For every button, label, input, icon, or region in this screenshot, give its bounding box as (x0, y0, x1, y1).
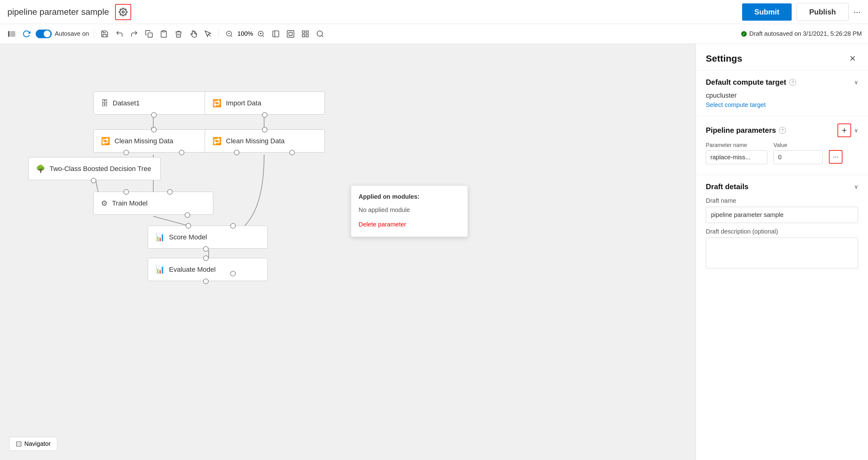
undo-icon[interactable] (114, 28, 125, 39)
compute-target-section: Default compute target ? ∨ cpucluster Se… (696, 70, 868, 116)
compute-section-header[interactable]: Default compute target ? ∨ (706, 78, 858, 87)
select-icon[interactable] (203, 28, 214, 39)
node-label: Clean Missing Data (115, 137, 173, 145)
param-more-button[interactable]: ··· (829, 150, 842, 164)
settings-panel: Settings ✕ Default compute target ? ∨ cp… (695, 44, 868, 460)
node-two-class[interactable]: 🌳 Two-Class Boosted Decision Tree (28, 157, 161, 180)
node-score-model[interactable]: 📊 Score Model (148, 226, 268, 249)
connector-import-bottom[interactable] (262, 112, 268, 118)
node-label: Clean Missing Data (226, 137, 285, 145)
zoom-control: 100% (224, 28, 267, 39)
publish-button[interactable]: Publish (797, 3, 848, 21)
save-icon[interactable] (99, 28, 110, 39)
pipeline-params-section: Pipeline parameters ? + ∨ Parameter name… (696, 116, 868, 175)
pipeline-params-info-icon[interactable]: ? (779, 127, 786, 134)
node-evaluate-model[interactable]: 📊 Evaluate Model (148, 258, 268, 281)
connector-clean2-bottom-right[interactable] (289, 150, 295, 155)
param-name-label: Parameter name (706, 142, 767, 148)
param-dropdown-popup: Applied on modules: No applied module De… (351, 185, 468, 237)
connector-twoclass-bottom[interactable] (91, 178, 96, 183)
pan-icon[interactable] (188, 28, 199, 39)
add-parameter-button[interactable]: + (838, 123, 851, 137)
draft-status-text: Draft autosaved on 3/1/2021, 5:26:28 PM (749, 30, 862, 37)
connector-evaluate-top-right[interactable] (230, 271, 236, 276)
connector-score-top-right[interactable] (230, 223, 236, 229)
draft-desc-label: Draft description (optional) (706, 228, 858, 235)
zoom-out-icon[interactable] (224, 28, 235, 39)
node-label: Two-Class Boosted Decision Tree (50, 165, 151, 173)
svg-rect-27 (18, 443, 20, 445)
fit-view-icon[interactable] (270, 28, 281, 39)
draft-section-header[interactable]: Draft details ∨ (706, 182, 858, 191)
svg-line-24 (153, 216, 188, 226)
node-clean-missing-1[interactable]: 🔁 Clean Missing Data (93, 130, 213, 152)
param-more-col: ··· (829, 142, 842, 164)
svg-line-9 (262, 35, 264, 36)
svg-point-0 (122, 11, 124, 13)
connector-train-bottom[interactable] (185, 212, 190, 218)
close-settings-button[interactable]: ✕ (847, 53, 858, 64)
draft-details-section: Draft details ∨ Draft name Draft descrip… (696, 175, 868, 277)
compute-chevron-icon: ∨ (854, 79, 858, 86)
connector-clean2-top[interactable] (262, 127, 268, 133)
connector-dataset1-bottom[interactable] (151, 112, 157, 118)
connector-clean1-bottom-left[interactable] (123, 150, 129, 155)
param-name-col: Parameter name (706, 142, 767, 164)
pipeline-params-chevron-icon: ∨ (854, 127, 858, 134)
connector-evaluate-bottom[interactable] (203, 279, 209, 284)
minimap-icon[interactable] (285, 28, 296, 39)
autosave-control: Autosave on (36, 30, 89, 38)
grid-icon[interactable] (300, 28, 311, 39)
param-name-input[interactable] (706, 150, 767, 164)
delete-icon[interactable] (173, 28, 184, 39)
panel-toggle-icon[interactable] (6, 28, 17, 39)
paste-icon[interactable] (158, 28, 169, 39)
node-label: Evaluate Model (169, 266, 216, 274)
pipeline-params-header: Pipeline parameters ? + ∨ (706, 123, 858, 137)
no-applied-module-item[interactable]: No applied module (351, 203, 468, 217)
node-dataset1[interactable]: 🗄 Dataset1 (93, 91, 213, 115)
delete-parameter-item[interactable]: Delete parameter (351, 217, 468, 232)
navigator-label: Navigator (24, 440, 51, 448)
more-button[interactable]: ··· (854, 7, 861, 17)
applied-modules-label: Applied on modules: (351, 191, 468, 203)
refresh-icon[interactable] (21, 28, 32, 39)
autosave-toggle[interactable] (36, 30, 52, 38)
search-canvas-icon[interactable] (315, 28, 326, 39)
connector-score-bottom[interactable] (203, 246, 209, 252)
compute-info-icon[interactable]: ? (789, 79, 796, 86)
draft-name-input[interactable] (706, 207, 858, 223)
node-import-data[interactable]: 🔁 Import Data (205, 91, 325, 115)
node-clean-missing-2[interactable]: 🔁 Clean Missing Data (205, 130, 325, 152)
select-compute-target-link[interactable]: Select compute target (706, 102, 766, 108)
connector-clean1-top[interactable] (151, 127, 157, 133)
connector-train-top-right[interactable] (167, 189, 173, 195)
svg-line-6 (231, 35, 232, 36)
zoom-label[interactable]: 100% (237, 30, 253, 37)
svg-rect-15 (303, 31, 305, 33)
pipeline-canvas[interactable]: 🗄 Dataset1 🔁 Import Data 🔁 Clean Missing… (0, 44, 695, 460)
dataset-icon: 🗄 (101, 99, 108, 108)
import-icon: 🔁 (212, 99, 222, 108)
param-value-input[interactable] (774, 150, 823, 164)
node-label: Import Data (226, 99, 261, 107)
submit-button[interactable]: Submit (742, 3, 792, 21)
connector-clean1-bottom-right[interactable] (179, 150, 184, 155)
page-title: pipeline parameter sample (7, 7, 109, 17)
svg-rect-13 (287, 30, 294, 37)
zoom-in-icon[interactable] (255, 28, 267, 39)
draft-desc-input[interactable] (706, 237, 858, 268)
connector-evaluate-top[interactable] (203, 255, 209, 261)
settings-icon-button[interactable] (115, 4, 131, 20)
redo-icon[interactable] (129, 28, 140, 39)
navigator-button[interactable]: Navigator (9, 437, 57, 451)
clean-icon-1: 🔁 (101, 137, 110, 145)
settings-title: Settings (706, 53, 742, 64)
connector-clean2-bottom-left[interactable] (234, 150, 240, 155)
node-train-model[interactable]: ⚙ Train Model (93, 192, 213, 215)
connector-train-top-left[interactable] (123, 189, 129, 195)
connector-score-top-left[interactable] (186, 223, 191, 229)
svg-rect-3 (148, 33, 152, 37)
settings-panel-header: Settings ✕ (696, 44, 868, 70)
copy-icon[interactable] (144, 28, 155, 39)
